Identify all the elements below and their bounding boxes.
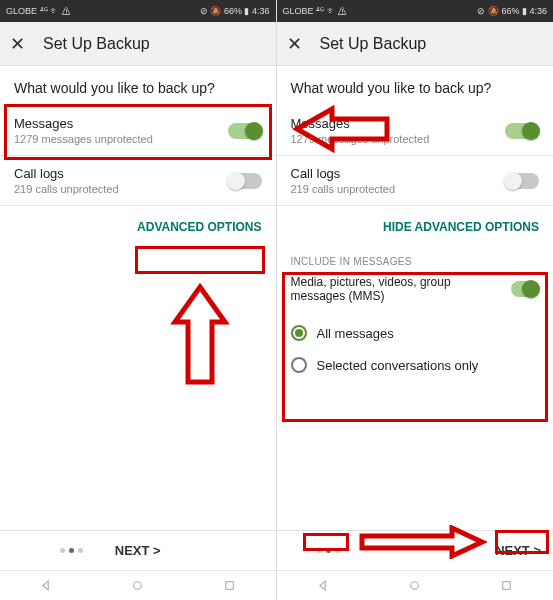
radio-all-messages[interactable]: All messages — [291, 317, 540, 349]
status-bar: GLOBE ⁴ᴳ ᯤ ⚠ ⊘ 🔕 66% ▮ 4:36 — [0, 0, 276, 22]
call-logs-title: Call logs — [14, 166, 228, 181]
backup-question: What would you like to back up? — [0, 66, 276, 106]
media-toggle[interactable] — [511, 281, 539, 297]
radio-icon — [291, 357, 307, 373]
radio-icon — [291, 325, 307, 341]
messages-row[interactable]: Messages 1279 messages unprotected — [277, 106, 554, 155]
nav-back-icon[interactable] — [39, 579, 52, 592]
nav-home-icon[interactable] — [131, 579, 144, 592]
advanced-options-link[interactable]: ADVANCED OPTIONS — [0, 206, 276, 248]
next-button[interactable]: NEXT > — [115, 543, 161, 558]
call-logs-title: Call logs — [291, 166, 506, 181]
app-bar: ✕ Set Up Backup — [0, 22, 276, 66]
page-title: Set Up Backup — [43, 35, 150, 53]
messages-title: Messages — [14, 116, 228, 131]
android-nav-bar — [0, 570, 276, 600]
close-icon[interactable]: ✕ — [287, 33, 302, 55]
status-bar: GLOBE ⁴ᴳ ᯤ ⚠ ⊘ 🔕 66% ▮ 4:36 — [277, 0, 554, 22]
call-logs-toggle[interactable] — [228, 173, 262, 189]
media-label: Media, pictures, videos, group messages … — [291, 275, 512, 303]
hide-advanced-options-link[interactable]: HIDE ADVANCED OPTIONS — [277, 206, 554, 248]
svg-rect-3 — [503, 582, 511, 590]
page-title: Set Up Backup — [320, 35, 427, 53]
status-left: GLOBE ⁴ᴳ ᯤ ⚠ — [6, 6, 71, 16]
app-bar: ✕ Set Up Backup — [277, 22, 554, 66]
nav-recent-icon[interactable] — [500, 579, 513, 592]
nav-recent-icon[interactable] — [223, 579, 236, 592]
close-icon[interactable]: ✕ — [10, 33, 25, 55]
messages-sub: 1279 messages unprotected — [291, 133, 506, 145]
svg-point-0 — [134, 582, 142, 590]
call-logs-sub: 219 calls unprotected — [14, 183, 228, 195]
android-nav-bar — [277, 570, 554, 600]
messages-title: Messages — [291, 116, 506, 131]
nav-back-icon[interactable] — [316, 579, 329, 592]
call-logs-row[interactable]: Call logs 219 calls unprotected — [277, 156, 554, 205]
status-left: GLOBE ⁴ᴳ ᯤ ⚠ — [283, 6, 348, 16]
advanced-header: INCLUDE IN MESSAGES — [291, 256, 540, 267]
backup-question: What would you like to back up? — [277, 66, 554, 106]
bottom-bar: NEXT > — [0, 530, 276, 570]
messages-toggle[interactable] — [505, 123, 539, 139]
bottom-bar: NEXT > — [277, 530, 554, 570]
call-logs-sub: 219 calls unprotected — [291, 183, 506, 195]
messages-row[interactable]: Messages 1279 messages unprotected — [0, 106, 276, 155]
nav-home-icon[interactable] — [408, 579, 421, 592]
radio-selected-label: Selected conversations only — [317, 358, 479, 373]
call-logs-row[interactable]: Call logs 219 calls unprotected — [0, 156, 276, 205]
page-dots — [60, 548, 83, 553]
svg-point-2 — [411, 582, 419, 590]
radio-all-label: All messages — [317, 326, 394, 341]
next-button[interactable]: NEXT > — [495, 543, 541, 558]
messages-sub: 1279 messages unprotected — [14, 133, 228, 145]
page-dots — [317, 548, 340, 553]
status-right: ⊘ 🔕 66% ▮ 4:36 — [200, 6, 270, 16]
call-logs-toggle[interactable] — [505, 173, 539, 189]
advanced-panel: INCLUDE IN MESSAGES Media, pictures, vid… — [277, 248, 554, 389]
messages-toggle[interactable] — [228, 123, 262, 139]
status-right: ⊘ 🔕 66% ▮ 4:36 — [477, 6, 547, 16]
svg-rect-1 — [226, 582, 234, 590]
radio-selected-only[interactable]: Selected conversations only — [291, 349, 540, 381]
media-row[interactable]: Media, pictures, videos, group messages … — [291, 275, 540, 303]
